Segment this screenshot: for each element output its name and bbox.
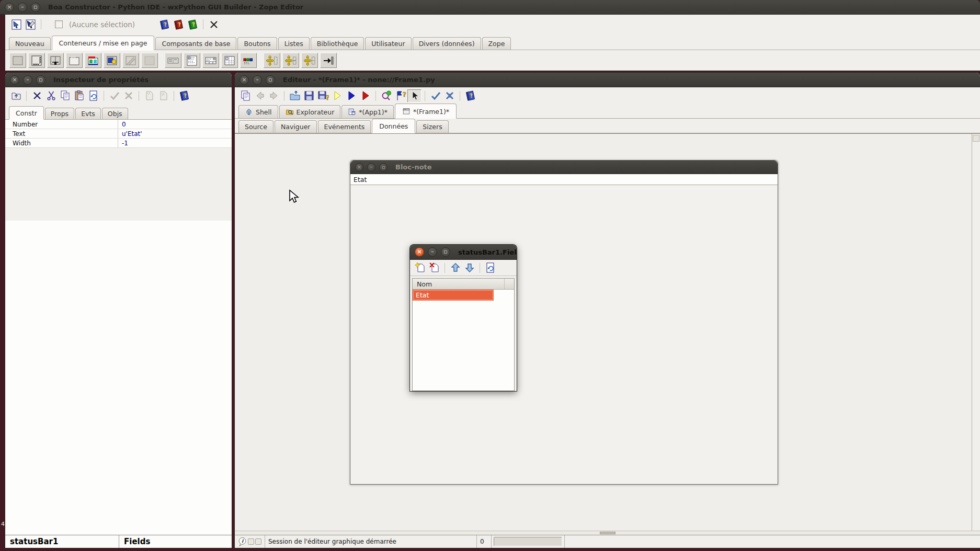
close-icon[interactable]: ×: [10, 75, 19, 85]
close-icon[interactable]: ×: [5, 3, 14, 12]
scrolled-window-icon[interactable]: [28, 53, 45, 68]
parent-up-icon[interactable]: [9, 89, 23, 102]
horizontal-scrollbar[interactable]: [235, 531, 980, 535]
tab-conteneurs[interactable]: Conteneurs / mise en page: [52, 36, 155, 50]
tab-boutons[interactable]: Boutons: [237, 37, 277, 50]
tab-bibliotheque[interactable]: Bibliothèque: [311, 37, 364, 50]
status-toggle-button[interactable]: [248, 538, 254, 545]
subtab-source[interactable]: Source: [238, 120, 274, 133]
static-box-icon[interactable]: [66, 53, 83, 68]
tab-scroll-button[interactable]: [973, 135, 979, 142]
subtab-evenements[interactable]: Evénements: [318, 120, 371, 133]
status-toggle-button[interactable]: [255, 538, 261, 545]
field-editor-title: statusBar1.Field: [458, 248, 517, 256]
frame-designer-icon[interactable]: [9, 18, 24, 31]
tab-shell[interactable]: Shell: [238, 105, 278, 118]
help-book-red-icon[interactable]: ?: [172, 18, 186, 31]
cut-icon[interactable]: [44, 89, 58, 102]
minimize-icon[interactable]: –: [253, 75, 262, 85]
close-icon: ×: [355, 163, 363, 171]
run-red-icon[interactable]: [358, 89, 372, 102]
list-panel-icon[interactable]: [184, 53, 200, 68]
splitter-window-icon[interactable]: [47, 53, 64, 68]
box-sizer-icon[interactable]: [264, 53, 280, 68]
copy-icon[interactable]: [58, 89, 72, 102]
tab-composants-de-base[interactable]: Composants de base: [155, 37, 236, 50]
panel-icon[interactable]: [9, 53, 26, 68]
maximize-icon[interactable]: [441, 247, 450, 257]
maximize-icon[interactable]: [266, 75, 275, 85]
field-list-header[interactable]: Nom: [413, 279, 514, 290]
property-value[interactable]: 0: [118, 120, 232, 129]
property-row: Width -1: [5, 139, 232, 148]
post-icon[interactable]: [86, 89, 100, 102]
help-book-blue-icon[interactable]: ?: [157, 18, 172, 31]
save-icon[interactable]: [302, 89, 316, 102]
confirm-icon[interactable]: [428, 89, 442, 102]
tab-utilisateur[interactable]: Utilisateur: [365, 37, 411, 50]
debug-help-icon[interactable]: ?: [393, 89, 407, 102]
help-book-icon[interactable]: ?: [177, 89, 191, 102]
tab-objs[interactable]: Objs: [102, 108, 128, 119]
close-view-icon[interactable]: [207, 18, 221, 31]
selection-checkbox[interactable]: [55, 20, 63, 28]
main-window: × – Boa Constructor - Python IDE - wxPyt…: [0, 0, 980, 71]
tab-evts[interactable]: Evts: [75, 108, 101, 119]
paste-icon[interactable]: [72, 89, 86, 102]
property-value[interactable]: u'Etat': [118, 129, 232, 138]
help-book-green-icon[interactable]: ?: [186, 18, 200, 31]
close-icon[interactable]: ×: [240, 75, 249, 85]
maximize-icon[interactable]: [36, 75, 45, 85]
new-field-icon[interactable]: [413, 261, 427, 274]
copy-page-icon[interactable]: [238, 89, 253, 102]
tab-divers-donnees[interactable]: Divers (données): [413, 37, 481, 50]
editor-tab-bar: Shell Explorateur *(App1)* *(Frame1)*: [235, 104, 980, 119]
close-icon[interactable]: ×: [415, 247, 424, 257]
tab-zope[interactable]: Zope: [482, 37, 511, 50]
flex-grid-sizer-icon[interactable]: [301, 53, 318, 68]
subtab-sizers[interactable]: Sizers: [416, 120, 448, 133]
status-message: Session de l'éditeur graphique démarrée: [265, 535, 477, 548]
minimize-icon[interactable]: –: [428, 247, 437, 257]
inspect-icon[interactable]: [379, 89, 393, 102]
static-line-panel-icon[interactable]: [122, 53, 139, 68]
blank-panel-icon[interactable]: [141, 53, 158, 68]
tab-props[interactable]: Props: [45, 108, 74, 119]
run-yellow-icon[interactable]: [330, 89, 344, 102]
property-value[interactable]: -1: [118, 139, 232, 147]
grid-panel-icon[interactable]: [221, 53, 238, 68]
tab-listes[interactable]: Listes: [278, 37, 310, 50]
toolbar-icon[interactable]: [165, 53, 181, 68]
tab-frame1[interactable]: *(Frame1)*: [395, 104, 457, 119]
minimize-icon[interactable]: –: [18, 3, 27, 12]
tab-constr[interactable]: Constr: [9, 106, 44, 120]
data-view-designer-icon[interactable]: [24, 18, 38, 31]
open-icon[interactable]: [288, 89, 302, 102]
tab-nouveau[interactable]: Nouveau: [9, 37, 51, 50]
scrollbar-thumb[interactable]: [600, 532, 616, 534]
grid-sizer-icon[interactable]: [282, 53, 299, 68]
help-book-icon[interactable]: ?: [463, 89, 477, 102]
tab-app1[interactable]: *(App1)*: [341, 105, 394, 118]
spacer-icon[interactable]: [320, 53, 337, 68]
delete-icon[interactable]: [30, 89, 44, 102]
status-bar-icon[interactable]: [202, 53, 219, 68]
notebook-icon[interactable]: [85, 53, 101, 68]
subtab-donnees[interactable]: Données: [372, 119, 415, 133]
field-list-row[interactable]: Etat: [413, 290, 494, 301]
pointer-select-icon[interactable]: [407, 89, 421, 102]
move-up-icon[interactable]: [448, 261, 462, 274]
mdi-frame-icon[interactable]: [104, 53, 120, 68]
cancel-icon[interactable]: [442, 89, 457, 102]
minimize-icon[interactable]: –: [23, 75, 32, 85]
maximize-icon[interactable]: [31, 3, 40, 12]
move-down-icon[interactable]: [462, 261, 476, 274]
delete-field-icon[interactable]: [427, 261, 441, 274]
refresh-field-icon[interactable]: [483, 261, 497, 274]
run-blue-icon[interactable]: [344, 89, 358, 102]
statusbar-field-preview[interactable]: Etat: [350, 174, 778, 185]
subtab-naviguer[interactable]: Naviguer: [275, 120, 317, 133]
save-as-help-icon[interactable]: ?: [316, 89, 330, 102]
image-list-icon[interactable]: [240, 53, 257, 68]
tab-explorateur[interactable]: Explorateur: [279, 105, 341, 118]
